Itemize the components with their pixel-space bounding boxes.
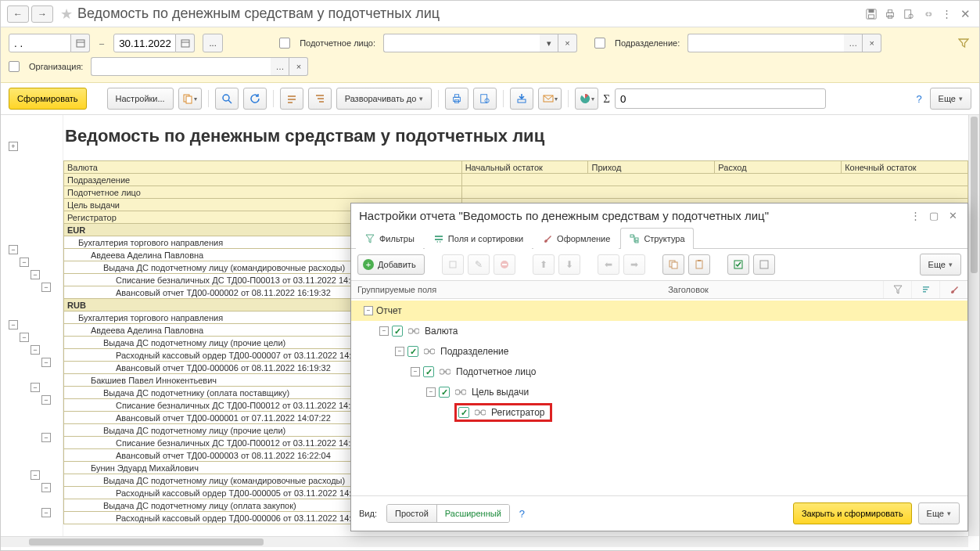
- col-filter-icon[interactable]: [883, 281, 911, 298]
- outline-toggle[interactable]: −: [31, 383, 40, 392]
- outline-toggle[interactable]: −: [41, 283, 51, 292]
- refresh-icon[interactable]: [243, 88, 267, 110]
- settings-copy-icon[interactable]: ▾: [178, 88, 202, 110]
- more-button[interactable]: Еще▾: [930, 88, 971, 110]
- horizontal-scrollbar[interactable]: [1, 536, 968, 547]
- tree-root[interactable]: − Отчет: [351, 301, 967, 321]
- save-icon[interactable]: [863, 6, 879, 22]
- date-from-input[interactable]: [9, 34, 71, 52]
- department-checkbox[interactable]: [594, 38, 605, 49]
- settings-button[interactable]: Настройки...: [107, 88, 174, 110]
- preview-icon[interactable]: [901, 6, 917, 22]
- svg-rect-16: [288, 95, 296, 97]
- col-appearance-icon[interactable]: [939, 281, 967, 298]
- collapse-groups-icon[interactable]: [280, 88, 303, 110]
- tree-node-person[interactable]: − ✓ Подотчетное лицо: [351, 362, 967, 382]
- tree-node-registrar[interactable]: ✓ Регистратор: [351, 402, 967, 423]
- tree-node-currency[interactable]: − ✓ Валюта: [351, 321, 967, 341]
- popup-maximize-icon[interactable]: ▢: [927, 208, 941, 222]
- print-button-icon[interactable]: [445, 88, 468, 110]
- outline-toggle[interactable]: −: [20, 257, 29, 267]
- checkbox[interactable]: ✓: [407, 346, 418, 357]
- checkbox[interactable]: ✓: [458, 407, 469, 418]
- outline-toggle[interactable]: −: [9, 320, 18, 330]
- department-clear-icon[interactable]: ×: [863, 34, 881, 52]
- col-sort-icon[interactable]: [911, 281, 939, 298]
- outline-toggle[interactable]: +: [9, 142, 18, 151]
- favorite-star-icon[interactable]: ★: [60, 5, 73, 23]
- toggle-icon[interactable]: −: [411, 367, 420, 376]
- copy-struct-button[interactable]: [662, 254, 684, 275]
- tree-node-department[interactable]: − ✓ Подразделение: [351, 341, 967, 362]
- check-all-button[interactable]: [727, 254, 749, 275]
- popup-kebab-icon[interactable]: ⋮: [908, 208, 922, 222]
- back-button[interactable]: ←: [7, 5, 29, 23]
- tab-fields[interactable]: Поля и сортировки: [425, 228, 532, 249]
- toggle-icon[interactable]: −: [426, 387, 436, 397]
- popup-help-icon[interactable]: ?: [516, 508, 528, 520]
- send-email-icon[interactable]: ▾: [538, 88, 562, 110]
- outline-toggle[interactable]: −: [31, 470, 40, 480]
- accountable-input[interactable]: [383, 34, 540, 52]
- period-dialog-button[interactable]: ...: [203, 34, 223, 52]
- move-right-button: ➡: [623, 254, 645, 275]
- forward-button[interactable]: →: [31, 5, 53, 23]
- toggle-icon[interactable]: −: [364, 306, 373, 315]
- date-to-input[interactable]: [113, 34, 176, 52]
- uncheck-all-button[interactable]: [753, 254, 775, 275]
- print-icon[interactable]: [882, 6, 898, 22]
- close-icon[interactable]: ✕: [957, 6, 973, 22]
- outline-toggle[interactable]: −: [31, 270, 40, 279]
- paste-struct-button[interactable]: [688, 254, 710, 275]
- generate-button[interactable]: Сформировать: [9, 88, 87, 110]
- toggle-icon[interactable]: −: [395, 347, 404, 356]
- accountable-clear-icon[interactable]: ×: [558, 34, 577, 52]
- accountable-dropdown-icon[interactable]: ▾: [540, 34, 558, 52]
- structure-icon: [629, 233, 640, 244]
- outline-toggle[interactable]: −: [41, 433, 51, 442]
- vertical-scrollbar[interactable]: [968, 115, 979, 536]
- checkbox[interactable]: ✓: [423, 366, 434, 377]
- department-ellipsis-icon[interactable]: …: [844, 34, 863, 52]
- tab-filters[interactable]: Фильтры: [356, 228, 423, 249]
- tab-structure[interactable]: Структура: [620, 228, 693, 249]
- sigma-input[interactable]: [615, 88, 826, 109]
- link-icon[interactable]: [920, 6, 935, 22]
- find-icon[interactable]: [215, 88, 239, 110]
- department-input[interactable]: [687, 34, 844, 52]
- outline-toggle[interactable]: −: [9, 245, 18, 254]
- chart-icon[interactable]: ▾: [575, 88, 598, 110]
- help-icon[interactable]: ?: [913, 93, 924, 105]
- view-advanced[interactable]: Расширенный: [437, 505, 509, 522]
- popup-close-icon[interactable]: ✕: [946, 208, 960, 222]
- expand-to-button[interactable]: Разворачивать до▾: [336, 88, 433, 110]
- toggle-icon[interactable]: −: [379, 326, 389, 336]
- expand-groups-icon[interactable]: [308, 88, 332, 110]
- organization-checkbox[interactable]: [9, 61, 20, 72]
- organization-clear-icon[interactable]: ×: [289, 57, 308, 76]
- outline-toggle[interactable]: −: [41, 395, 51, 405]
- kebab-menu-icon[interactable]: ⋮: [939, 6, 954, 22]
- accountable-checkbox[interactable]: [279, 38, 290, 49]
- add-button[interactable]: + Добавить: [357, 254, 425, 275]
- close-and-generate-button[interactable]: Закрыть и сформировать: [793, 502, 912, 524]
- filter-funnel-icon[interactable]: [956, 35, 971, 51]
- popup-more-button[interactable]: Еще▾: [920, 254, 961, 276]
- outline-toggle[interactable]: −: [20, 333, 29, 342]
- date-to-calendar-icon[interactable]: [176, 34, 195, 52]
- outline-toggle[interactable]: −: [41, 358, 51, 367]
- checkbox[interactable]: ✓: [439, 387, 450, 398]
- outline-toggle[interactable]: −: [41, 508, 51, 517]
- view-simple[interactable]: Простой: [387, 505, 437, 522]
- date-from-calendar-icon[interactable]: [71, 34, 90, 52]
- outline-toggle[interactable]: −: [41, 483, 51, 492]
- outline-toggle[interactable]: −: [31, 345, 40, 355]
- organization-input[interactable]: [91, 57, 271, 76]
- popup-footer-more-button[interactable]: Еще▾: [918, 502, 960, 524]
- organization-ellipsis-icon[interactable]: …: [271, 57, 289, 76]
- checkbox[interactable]: ✓: [392, 326, 403, 337]
- save-report-icon[interactable]: [510, 88, 533, 110]
- tab-appearance[interactable]: Оформление: [533, 228, 619, 249]
- print-preview-icon[interactable]: [473, 88, 497, 110]
- tree-node-purpose[interactable]: − ✓ Цель выдачи: [351, 382, 967, 402]
